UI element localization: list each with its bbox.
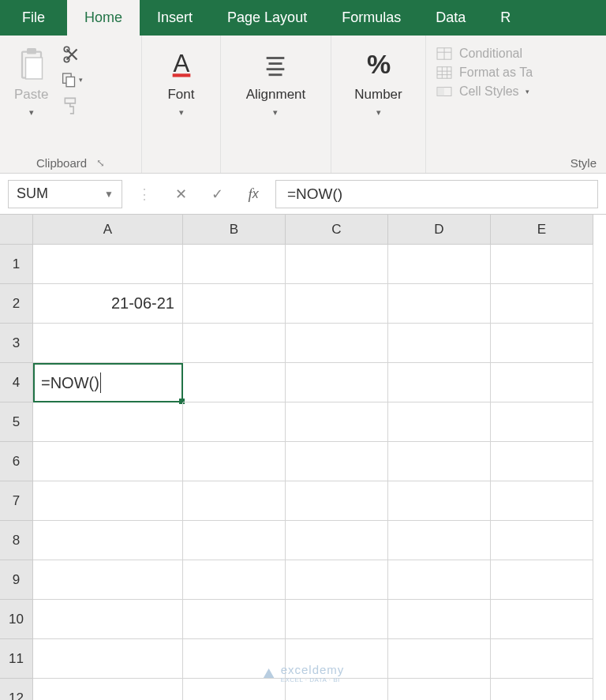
- paste-button[interactable]: Paste ▾: [6, 42, 56, 122]
- cell-E3[interactable]: [491, 324, 593, 363]
- cell-D10[interactable]: [388, 600, 491, 639]
- tab-file[interactable]: File: [0, 0, 67, 36]
- cell-E1[interactable]: [491, 245, 593, 284]
- cell-A1[interactable]: [33, 245, 183, 284]
- cell-A2[interactable]: 21-06-21: [33, 284, 183, 324]
- tab-insert[interactable]: Insert: [140, 0, 210, 36]
- formula-input[interactable]: =NOW(): [275, 180, 598, 208]
- row-header[interactable]: 10: [0, 600, 33, 639]
- cell-D4[interactable]: [388, 363, 491, 402]
- cell-E8[interactable]: [491, 521, 593, 560]
- cell-B4[interactable]: [183, 363, 286, 402]
- cell-B7[interactable]: [183, 481, 286, 521]
- cell-C7[interactable]: [286, 481, 388, 521]
- cell-D11[interactable]: [388, 639, 491, 679]
- copy-icon[interactable]: ▾: [61, 70, 83, 89]
- cell-B6[interactable]: [183, 442, 286, 481]
- cell-C2[interactable]: [286, 284, 388, 324]
- dialog-launcher-icon[interactable]: ⤡: [96, 157, 105, 169]
- row-header[interactable]: 7: [0, 481, 33, 521]
- cell-A7[interactable]: [33, 481, 183, 521]
- cell-A3[interactable]: [33, 324, 183, 363]
- cell-D5[interactable]: [388, 402, 491, 442]
- tab-home[interactable]: Home: [67, 0, 140, 36]
- formula-bar: SUM ▼ ⋮ ✕ ✓ fx =NOW(): [0, 174, 606, 215]
- col-header-A[interactable]: A: [33, 215, 183, 245]
- row-header[interactable]: 9: [0, 560, 33, 600]
- cell-E4[interactable]: [491, 363, 593, 402]
- cell-D9[interactable]: [388, 560, 491, 600]
- tab-formulas[interactable]: Formulas: [324, 0, 418, 36]
- row-header[interactable]: 3: [0, 324, 33, 363]
- cell-D7[interactable]: [388, 481, 491, 521]
- row-header[interactable]: 5: [0, 402, 33, 442]
- format-as-table-button[interactable]: Format as Ta: [436, 66, 533, 80]
- cell-C10[interactable]: [286, 600, 388, 639]
- cancel-button[interactable]: ✕: [166, 180, 195, 208]
- cell-A6[interactable]: [33, 442, 183, 481]
- enter-button[interactable]: ✓: [203, 180, 231, 208]
- col-header-D[interactable]: D: [388, 215, 491, 245]
- cell-B9[interactable]: [183, 560, 286, 600]
- cell-A4[interactable]: =NOW(): [33, 363, 183, 402]
- cell-D6[interactable]: [388, 442, 491, 481]
- row-header[interactable]: 8: [0, 521, 33, 560]
- cell-B2[interactable]: [183, 284, 286, 324]
- cell-D2[interactable]: [388, 284, 491, 324]
- chevron-down-icon[interactable]: ▼: [104, 189, 114, 200]
- cell-D1[interactable]: [388, 245, 491, 284]
- cell-C9[interactable]: [286, 560, 388, 600]
- col-header-C[interactable]: C: [286, 215, 388, 245]
- cell-D8[interactable]: [388, 521, 491, 560]
- row-header[interactable]: 6: [0, 442, 33, 481]
- cell-C3[interactable]: [286, 324, 388, 363]
- cell-D12[interactable]: [388, 679, 491, 700]
- row-header[interactable]: 1: [0, 245, 33, 284]
- row-header[interactable]: 11: [0, 639, 33, 679]
- tab-partial[interactable]: R: [483, 0, 528, 36]
- cell-A10[interactable]: [33, 600, 183, 639]
- row-header[interactable]: 2: [0, 284, 33, 324]
- font-button[interactable]: A Font ▾: [158, 42, 205, 122]
- cell-E2[interactable]: [491, 284, 593, 324]
- alignment-button[interactable]: Alignment ▾: [238, 42, 314, 122]
- cell-styles-icon: [436, 84, 453, 99]
- cell-E5[interactable]: [491, 402, 593, 442]
- format-painter-icon[interactable]: [61, 95, 83, 114]
- cell-C8[interactable]: [286, 521, 388, 560]
- cell-B8[interactable]: [183, 521, 286, 560]
- cell-B5[interactable]: [183, 402, 286, 442]
- insert-function-button[interactable]: fx: [239, 180, 267, 208]
- cell-A9[interactable]: [33, 560, 183, 600]
- row-header[interactable]: 12: [0, 679, 33, 700]
- cell-C5[interactable]: [286, 402, 388, 442]
- cell-A8[interactable]: [33, 521, 183, 560]
- cell-styles-button[interactable]: Cell Styles ▾: [436, 84, 533, 99]
- cut-icon[interactable]: [61, 45, 83, 64]
- cell-A5[interactable]: [33, 402, 183, 442]
- cell-C1[interactable]: [286, 245, 388, 284]
- cell-B3[interactable]: [183, 324, 286, 363]
- row-header[interactable]: 4: [0, 363, 33, 402]
- tab-data[interactable]: Data: [418, 0, 483, 36]
- cell-E9[interactable]: [491, 560, 593, 600]
- cell-E10[interactable]: [491, 600, 593, 639]
- col-header-B[interactable]: B: [183, 215, 286, 245]
- cell-A11[interactable]: [33, 639, 183, 679]
- cell-C4[interactable]: [286, 363, 388, 402]
- tab-page-layout[interactable]: Page Layout: [210, 0, 324, 36]
- conditional-formatting-button[interactable]: Conditional: [436, 47, 533, 61]
- cell-E12[interactable]: [491, 679, 593, 700]
- cell-B10[interactable]: [183, 600, 286, 639]
- cell-B1[interactable]: [183, 245, 286, 284]
- cell-E6[interactable]: [491, 442, 593, 481]
- col-header-E[interactable]: E: [491, 215, 593, 245]
- cell-C6[interactable]: [286, 442, 388, 481]
- select-all-corner[interactable]: [0, 215, 33, 245]
- number-button[interactable]: % Number ▾: [346, 42, 410, 122]
- cell-E11[interactable]: [491, 639, 593, 679]
- cell-D3[interactable]: [388, 324, 491, 363]
- cell-E7[interactable]: [491, 481, 593, 521]
- cell-A12[interactable]: [33, 679, 183, 700]
- name-box[interactable]: SUM ▼: [8, 180, 122, 208]
